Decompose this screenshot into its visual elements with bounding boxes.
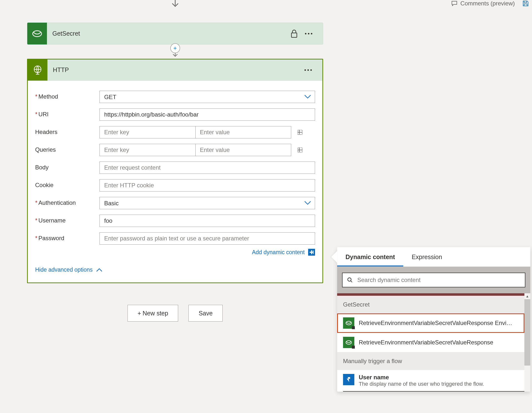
svg-point-14: [348, 278, 351, 281]
new-step-button[interactable]: New step: [128, 305, 178, 322]
bottom-buttons: New step Save: [27, 305, 323, 322]
switch-mode-icon[interactable]: [296, 146, 304, 154]
scrollbar-up-icon[interactable]: ▲: [524, 293, 530, 299]
dataverse-icon: [343, 317, 354, 329]
scrollbar-thumb[interactable]: [524, 299, 530, 366]
add-step-between-button[interactable]: +: [170, 43, 180, 53]
authentication-label: Authentication: [38, 199, 76, 206]
dynamic-content-badge-icon: [308, 249, 315, 256]
step-http-header[interactable]: HTTP: [28, 59, 322, 81]
username-label: Username: [38, 217, 66, 224]
dynamic-item-title: RetrieveEnvironmentVariableSecretValueRe…: [359, 320, 518, 326]
comments-button[interactable]: Comments (preview): [451, 0, 515, 7]
save-button[interactable]: Save: [188, 305, 223, 322]
uri-label: URI: [38, 111, 48, 118]
add-dynamic-content-link[interactable]: Add dynamic content: [252, 249, 315, 256]
dynamic-search[interactable]: [342, 273, 525, 287]
more-icon[interactable]: [304, 69, 312, 71]
svg-rect-1: [291, 33, 297, 37]
svg-point-4: [311, 33, 312, 34]
svg-rect-13: [313, 251, 314, 254]
queries-label: Queries: [35, 146, 56, 153]
step-http: HTTP *Method GET: [27, 59, 323, 283]
dynamic-content-panel: Dynamic content Expression ▲ GetSecret R…: [337, 247, 530, 392]
svg-point-3: [308, 33, 309, 34]
search-icon: [347, 277, 353, 283]
uri-input[interactable]: [100, 108, 315, 121]
dynamic-panel-tabs: Dynamic content Expression: [337, 247, 530, 267]
username-input[interactable]: [100, 215, 315, 227]
chevron-up-icon: [96, 268, 102, 272]
svg-point-7: [307, 69, 309, 71]
queries-key-input[interactable]: [100, 144, 195, 156]
queries-value-input[interactable]: [195, 144, 291, 156]
dynamic-item-subtitle: The display name of the user who trigger…: [359, 381, 524, 387]
headers-value-input[interactable]: [195, 126, 291, 138]
comments-label: Comments (preview): [460, 0, 515, 7]
cookie-label: Cookie: [35, 182, 54, 188]
lock-icon: [290, 30, 298, 38]
dynamic-group-header: Manually trigger a flow: [337, 352, 524, 370]
dataverse-icon: [343, 337, 354, 348]
dynamic-item[interactable]: RetrieveEnvironmentVariableSecretValueRe…: [337, 313, 524, 333]
panel-pointer-icon: [331, 251, 337, 263]
dynamic-item[interactable]: User name The display name of the user w…: [343, 370, 524, 392]
more-icon[interactable]: [305, 33, 313, 35]
method-label: Method: [38, 93, 58, 100]
authentication-select[interactable]: Basic: [100, 197, 315, 209]
step-getsecret-title: GetSecret: [47, 30, 290, 37]
dynamic-item-title: RetrieveEnvironmentVariableSecretValueRe…: [359, 339, 518, 346]
dynamic-search-input[interactable]: [357, 277, 520, 283]
previous-group-sliver: [337, 293, 524, 296]
flow-trigger-icon: [343, 374, 354, 385]
body-label: Body: [35, 164, 49, 171]
svg-point-8: [310, 69, 312, 71]
save-icon[interactable]: [522, 0, 529, 7]
topbar-right: Comments (preview): [451, 0, 529, 7]
tab-expression[interactable]: Expression: [403, 247, 450, 266]
password-input[interactable]: [100, 232, 315, 245]
switch-mode-icon[interactable]: [296, 128, 304, 136]
tab-dynamic-content[interactable]: Dynamic content: [337, 247, 403, 266]
body-input[interactable]: [100, 162, 315, 174]
dynamic-group-header: GetSecret: [337, 296, 524, 313]
connector-arrow: [27, 0, 323, 8]
method-select[interactable]: GET: [100, 91, 315, 103]
step-getsecret[interactable]: GetSecret: [27, 23, 323, 44]
svg-point-6: [304, 69, 306, 71]
password-label: Password: [38, 235, 64, 241]
http-body: *Method GET *URI H: [28, 81, 322, 282]
svg-point-2: [305, 33, 306, 34]
hide-advanced-options-link[interactable]: Hide advanced options: [35, 266, 315, 273]
chat-icon: [451, 0, 458, 6]
flow-canvas: GetSecret + HTTP: [27, 0, 323, 322]
dynamic-item[interactable]: RetrieveEnvironmentVariableSecretValueRe…: [337, 333, 524, 352]
headers-label: Headers: [35, 129, 58, 135]
dataverse-icon: [27, 23, 47, 44]
step-getsecret-actions: [290, 30, 323, 38]
globe-icon: [28, 59, 47, 81]
connector: +: [27, 44, 323, 59]
cookie-input[interactable]: [100, 179, 315, 192]
step-http-title: HTTP: [47, 66, 304, 74]
dynamic-item-title: User name: [359, 374, 524, 381]
headers-key-input[interactable]: [100, 126, 195, 138]
